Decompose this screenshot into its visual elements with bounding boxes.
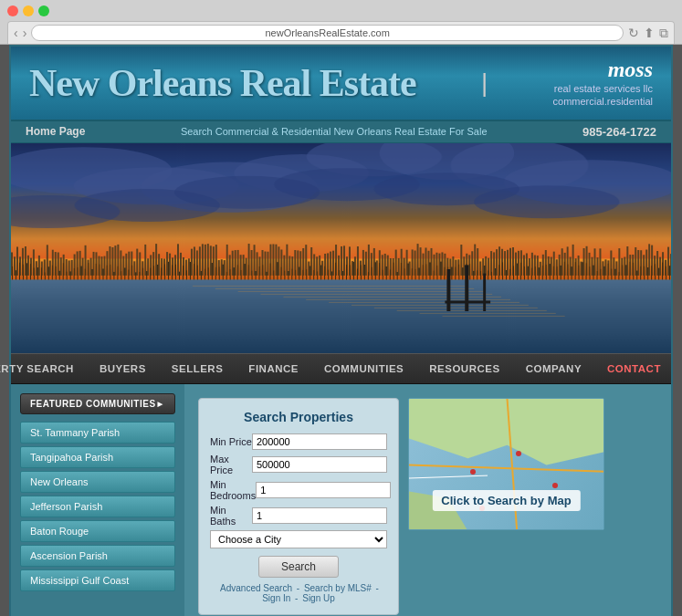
min-bedrooms-input[interactable] xyxy=(256,482,391,498)
min-price-input[interactable] xyxy=(252,433,387,450)
community-tangipahoa[interactable]: Tangipahoa Parish xyxy=(20,446,175,468)
min-price-row: Min Price xyxy=(210,433,387,450)
phone-number: 985-264-1722 xyxy=(582,125,656,139)
featured-communities-button[interactable]: FEATURED COMMUNITIES ► xyxy=(20,393,175,414)
search-properties-box: Search Properties Min Price Max Price Mi… xyxy=(198,398,399,615)
nav-communities[interactable]: COMMUNITIES xyxy=(311,354,416,383)
sign-in-link[interactable]: Sign In xyxy=(262,593,290,603)
min-bedrooms-label: Min Bedrooms xyxy=(210,479,256,501)
community-mississippi[interactable]: Mississippi Gulf Coast xyxy=(20,569,175,591)
browser-nav: ‹ › newOrleansRealEstate.com ↻ ⬆ ⧉ xyxy=(7,21,675,44)
top-bar: Home Page Search Commercial & Residentia… xyxy=(11,121,671,143)
sign-up-link[interactable]: Sign Up xyxy=(302,593,335,603)
search-box-title: Search Properties xyxy=(210,410,387,424)
header-divider: | xyxy=(481,68,488,98)
nav-sellers[interactable]: SELLERS xyxy=(159,354,236,383)
back-arrow-icon[interactable]: ‹ xyxy=(14,26,18,40)
min-baths-row: Min Baths xyxy=(210,505,387,527)
community-ascension[interactable]: Ascension Parish xyxy=(20,545,175,567)
nav-home[interactable]: HOME xyxy=(674,354,682,383)
min-baths-label: Min Baths xyxy=(210,505,252,527)
site-wrapper: New Orleans Real Estate | moss real esta… xyxy=(9,45,673,616)
map-overlay-text[interactable]: Click to Search by Map xyxy=(432,490,580,511)
min-price-label: Min Price xyxy=(210,436,252,447)
hero-image xyxy=(11,143,671,353)
site-header: New Orleans Real Estate | moss real esta… xyxy=(11,47,671,121)
browser-chrome: ‹ › newOrleansRealEstate.com ↻ ⬆ ⧉ xyxy=(0,0,682,45)
search-links: Advanced Search - Search by MLS# - Sign … xyxy=(210,583,387,603)
home-page-label[interactable]: Home Page xyxy=(26,125,85,138)
browser-buttons xyxy=(7,5,675,16)
content-area: FEATURED COMMUNITIES ► St. Tammany Paris… xyxy=(11,384,671,616)
map-area[interactable]: Click to Search by Map xyxy=(408,398,604,530)
main-content: Search Properties Min Price Max Price Mi… xyxy=(184,384,671,616)
community-new-orleans[interactable]: New Orleans xyxy=(20,471,175,493)
nav-finance[interactable]: FINANCE xyxy=(236,354,311,383)
tabs-icon[interactable]: ⧉ xyxy=(659,26,668,41)
left-sidebar: FEATURED COMMUNITIES ► St. Tammany Paris… xyxy=(11,384,184,616)
header-logo: moss real estate services llc commercial… xyxy=(553,57,653,109)
logo-line2: commercial.residential xyxy=(553,95,653,108)
logo-name: moss xyxy=(553,57,653,82)
logo-line1: real estate services llc xyxy=(553,82,653,95)
minimize-button[interactable] xyxy=(23,5,34,16)
address-bar[interactable]: newOrleansRealEstate.com xyxy=(31,25,624,41)
nav-contact[interactable]: CONTACT xyxy=(594,354,674,383)
community-jefferson[interactable]: Jefferson Parish xyxy=(20,496,175,517)
nav-buyers[interactable]: BUYERS xyxy=(87,354,159,383)
nav-resources[interactable]: RESOURCES xyxy=(416,354,512,383)
nav-company[interactable]: COMPANY xyxy=(513,354,594,383)
chevron-right-icon: ► xyxy=(156,399,165,409)
max-price-input[interactable] xyxy=(252,456,387,473)
hero-canvas xyxy=(11,143,671,353)
maximize-button[interactable] xyxy=(38,5,49,16)
share-icon[interactable]: ⬆ xyxy=(644,26,655,40)
community-st-tammany[interactable]: St. Tammany Parish xyxy=(20,422,175,444)
nav-property-search[interactable]: PROPERTY SEARCH xyxy=(0,354,87,383)
max-price-label: Max Price xyxy=(210,454,252,475)
advanced-search-link[interactable]: Advanced Search xyxy=(220,583,292,593)
search-by-mls-link[interactable]: Search by MLS# xyxy=(304,583,372,593)
min-baths-input[interactable] xyxy=(252,507,387,524)
nav-bar: PROPERTY SEARCH BUYERS SELLERS FINANCE C… xyxy=(11,353,671,384)
community-baton-rouge[interactable]: Baton Rouge xyxy=(20,520,175,542)
forward-arrow-icon[interactable]: › xyxy=(23,26,27,40)
close-button[interactable] xyxy=(7,5,18,16)
site-title: New Orleans Real Estate xyxy=(29,61,416,105)
min-bedrooms-row: Min Bedrooms xyxy=(210,479,387,501)
top-search-text: Search Commercial & Residential New Orle… xyxy=(181,126,488,137)
reload-icon[interactable]: ↻ xyxy=(628,26,639,40)
search-button[interactable]: Search xyxy=(258,556,339,578)
city-row: Choose a City xyxy=(210,530,387,548)
max-price-row: Max Price xyxy=(210,454,387,475)
city-select[interactable]: Choose a City xyxy=(210,530,387,548)
